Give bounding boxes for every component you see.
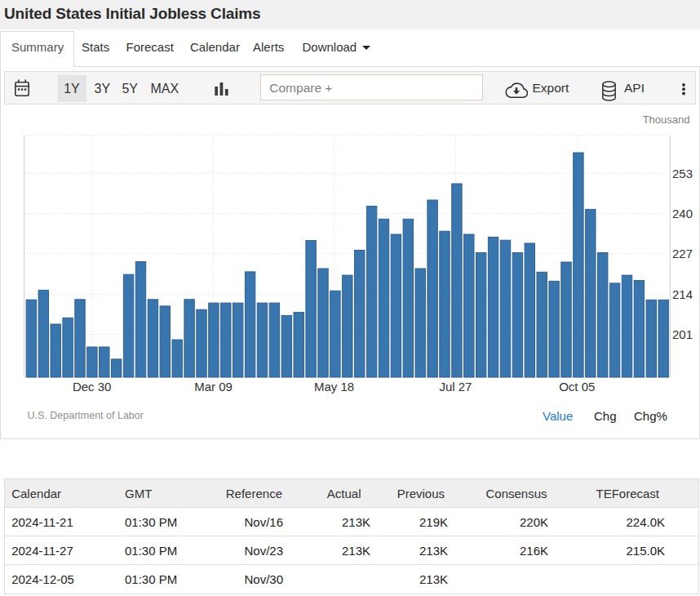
svg-text:Dec 30: Dec 30: [73, 380, 112, 394]
svg-text:May 18: May 18: [314, 380, 354, 394]
svg-text:253: 253: [672, 167, 693, 180]
svg-text:Jul 27: Jul 27: [439, 380, 472, 394]
svg-text:Mar 09: Mar 09: [194, 380, 233, 394]
svg-text:214: 214: [672, 287, 693, 301]
svg-text:Thousand: Thousand: [643, 113, 690, 126]
svg-text:227: 227: [672, 247, 693, 260]
svg-text:Oct 05: Oct 05: [559, 380, 595, 394]
svg-text:240: 240: [672, 207, 693, 220]
svg-text:201: 201: [672, 327, 693, 341]
